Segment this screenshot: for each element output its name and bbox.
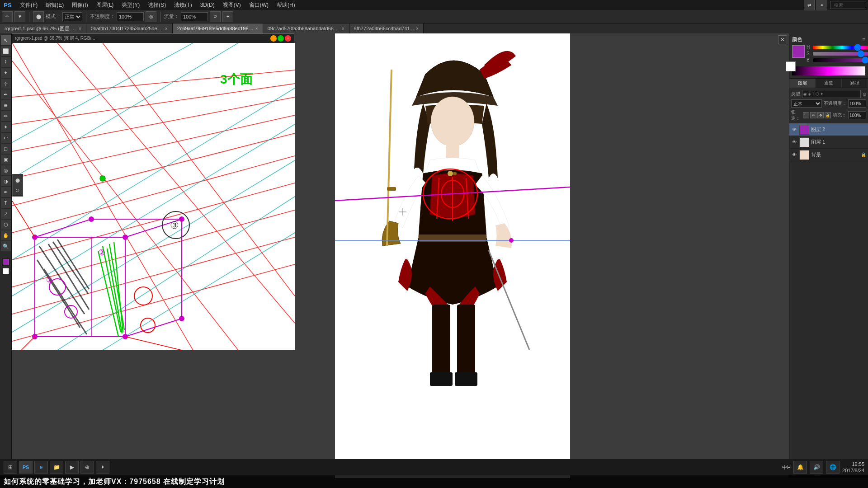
layer-2-thumbnail — [799, 125, 809, 135]
tab-layers[interactable]: 图层 — [789, 79, 816, 88]
tab-close-3[interactable]: × — [342, 26, 344, 31]
small-tool-1[interactable]: ⬤ — [13, 175, 23, 185]
brush-options-btn[interactable]: ▼ — [14, 11, 25, 22]
taskbar-app2[interactable]: ✦ — [96, 461, 109, 474]
win-maximize[interactable]: □ — [278, 35, 284, 42]
taskbar-file-icon[interactable]: 📁 — [50, 461, 63, 474]
lock-all-icon[interactable]: 🔒 — [825, 112, 831, 118]
menu-layer[interactable]: 图层(L) — [93, 0, 118, 10]
fill-input[interactable] — [848, 111, 866, 119]
opacity-row-label: 不透明度： — [824, 100, 846, 107]
taskbar-volume[interactable]: 🔊 — [810, 461, 823, 474]
tab-4[interactable]: 9fb772a04b66cc4bad741... × — [349, 23, 424, 33]
tab-1[interactable]: 0bafdb17304f172453aab25deebdfaec5cc2233c… — [86, 23, 173, 33]
win-minimize[interactable]: - — [270, 35, 277, 42]
tool-eraser[interactable]: ◻ — [1, 144, 11, 154]
menu-type[interactable]: 类型(Y) — [118, 0, 143, 10]
tool-move[interactable]: ↖ — [1, 35, 11, 45]
tool-select-rect[interactable]: ⬜ — [1, 46, 11, 56]
background-color[interactable] — [786, 61, 796, 71]
svg-point-23 — [100, 176, 105, 181]
tool-dodge[interactable]: ◑ — [1, 176, 11, 186]
taskbar-network[interactable]: 🌐 — [826, 461, 840, 474]
brightness-slider[interactable] — [813, 58, 868, 62]
flow-toggle[interactable]: ↺ — [210, 11, 221, 22]
tool-stamp[interactable]: ✦ — [1, 122, 11, 132]
layer-item-1[interactable]: 👁 图层 1 — [789, 136, 868, 149]
tool-wand[interactable]: ✦ — [1, 68, 11, 78]
brush-tool-btn[interactable]: ✏ — [2, 11, 13, 22]
airbrush-btn[interactable]: ✦ — [222, 11, 233, 22]
svg-point-62 — [431, 97, 474, 146]
tool-hand[interactable]: ✋ — [1, 230, 11, 240]
tool-text[interactable]: T — [1, 198, 11, 208]
tool-lasso[interactable]: ⌇ — [1, 57, 11, 67]
foreground-color[interactable] — [792, 45, 805, 58]
taskbar-media-icon[interactable]: ▶ — [65, 461, 79, 474]
tab-3[interactable]: 09c7ad570fa3b68abab4afd6892... × — [263, 23, 349, 33]
menu-3d[interactable]: 3D(D) — [197, 1, 218, 9]
tool-eyedropper[interactable]: ✒ — [1, 89, 11, 99]
menu-edit[interactable]: 编辑(E) — [42, 0, 67, 10]
menu-view[interactable]: 视图(V) — [219, 0, 245, 10]
color-panel-options[interactable]: ≡ — [862, 37, 865, 43]
flow-input[interactable] — [181, 12, 208, 21]
tool-pen[interactable]: ✒ — [1, 187, 11, 197]
bg-color-swatch[interactable] — [3, 268, 9, 274]
layer-item-bg[interactable]: 👁 背景 🔒 — [789, 149, 868, 161]
tab-paths[interactable]: 路径 — [842, 79, 868, 88]
tool-brush[interactable]: ✏ — [1, 111, 11, 121]
lock-paint-icon[interactable]: ✏ — [810, 112, 816, 118]
workspace-btn-1[interactable]: ⇄ — [804, 0, 815, 10]
start-btn[interactable]: ⊞ — [4, 461, 17, 474]
tab-0[interactable]: rgrgrert-1.psd @ 66.7% (图层 4, RGB/... × — [0, 23, 86, 33]
tab-close-0[interactable]: × — [79, 26, 81, 31]
tool-shape[interactable]: ⬡ — [1, 220, 11, 230]
layer-item-2[interactable]: 👁 图层 2 — [789, 123, 868, 136]
tool-zoom[interactable]: 🔍 — [1, 241, 11, 251]
menu-select[interactable]: 选择(S) — [144, 0, 170, 10]
menu-image[interactable]: 图像(I) — [68, 0, 91, 10]
blend-mode-select[interactable]: 正常 — [791, 99, 822, 108]
tool-path-select[interactable]: ↗ — [1, 209, 11, 219]
small-tool-2[interactable]: ◎ — [13, 185, 23, 195]
taskbar-ps-icon[interactable]: PS — [19, 461, 33, 474]
fg-color-swatch[interactable] — [2, 258, 10, 266]
workspace-btn-2[interactable]: ✦ — [816, 0, 827, 10]
tool-gradient[interactable]: ▣ — [1, 155, 11, 164]
right-panel-close-icon[interactable]: ✕ — [778, 35, 787, 44]
layer-2-visibility[interactable]: 👁 — [791, 127, 797, 133]
opacity-input[interactable] — [117, 12, 144, 21]
tool-crop[interactable]: ⊹ — [1, 79, 11, 89]
tab-close-1[interactable]: × — [165, 26, 168, 31]
lock-move-icon[interactable]: ✥ — [817, 112, 824, 118]
menu-filter[interactable]: 滤镜(T) — [170, 0, 195, 10]
tab-close-2[interactable]: × — [255, 26, 258, 31]
tool-heal[interactable]: ⊕ — [1, 100, 11, 110]
tool-history[interactable]: ↩ — [1, 133, 11, 143]
menu-help[interactable]: 帮助(H) — [273, 0, 299, 10]
color-gradient-bar[interactable] — [792, 66, 865, 75]
tab-2[interactable]: 2c69aaf796916fe5dd9a88ec1989cd7f125445af… — [173, 23, 263, 33]
tab-channels[interactable]: 通道 — [816, 79, 842, 88]
search-box[interactable]: 搜索 — [830, 1, 866, 9]
taskbar-app1[interactable]: ⊕ — [80, 461, 94, 474]
taskbar-notification[interactable]: 🔔 — [793, 461, 807, 474]
menu-window[interactable]: 窗口(W) — [245, 0, 272, 10]
tab-close-4[interactable]: × — [416, 26, 419, 31]
clock-date: 2017/8/24 — [842, 467, 864, 474]
hue-slider[interactable] — [813, 46, 868, 49]
lock-transparent-icon[interactable]: ⬛ — [803, 112, 809, 118]
layer-bg-visibility[interactable]: 👁 — [791, 152, 797, 158]
mode-select[interactable]: 正常 — [62, 12, 82, 21]
win-close[interactable]: × — [285, 35, 291, 42]
tool-blur[interactable]: ◎ — [1, 165, 11, 175]
filter-toggle[interactable]: ⊙ — [863, 92, 866, 97]
opacity-toggle[interactable]: ◎ — [146, 11, 156, 22]
taskbar-ie-icon[interactable]: e — [34, 461, 48, 474]
menu-file[interactable]: 文件(F) — [16, 0, 41, 10]
layer-opacity-input[interactable] — [848, 99, 866, 108]
saturation-slider[interactable] — [813, 52, 868, 56]
layer-1-visibility[interactable]: 👁 — [791, 139, 797, 145]
color-panel-header: 颜色 ≡ — [792, 36, 865, 43]
